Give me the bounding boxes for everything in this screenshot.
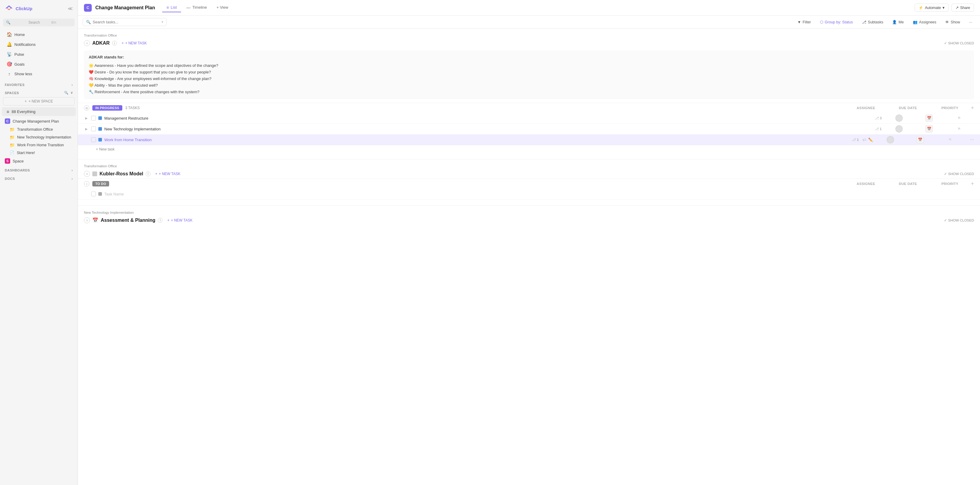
- sidebar-item-pulse-label: Pulse: [14, 52, 24, 57]
- sidebar-item-space[interactable]: S Space: [0, 156, 78, 165]
- sidebar-item-work-home[interactable]: 📁 Work From Home Transition: [0, 141, 78, 149]
- task-row-work-home[interactable]: Work from Home Transition ⎇ 1 🏷 ✏️ 📅 ⚑ ·…: [78, 135, 980, 145]
- new-task-row-adkar[interactable]: + New task: [78, 145, 980, 153]
- task-edit-icon[interactable]: ✏️: [868, 138, 873, 142]
- sidebar-item-notifications[interactable]: 🔔 Notifications: [2, 40, 76, 49]
- task-checkbox-management[interactable]: [91, 116, 96, 121]
- assessment-show-closed[interactable]: ✓ SHOW CLOSED: [944, 218, 974, 223]
- spaces-actions[interactable]: 🔍 ∨: [64, 91, 73, 95]
- adkar-header: ○ ADKAR i + + NEW TASK ✓ SHOW CLOSED: [78, 38, 980, 48]
- sidebar-item-new-tech[interactable]: 📁 New Technology Implementation: [0, 134, 78, 141]
- sidebar-item-home[interactable]: 🏠 Home: [2, 30, 76, 39]
- task-expand-management[interactable]: ▶: [84, 116, 89, 121]
- task-checkbox-new-tech[interactable]: [91, 127, 96, 131]
- toolbar-search-input[interactable]: [92, 20, 160, 24]
- dashboards-header[interactable]: DASHBOARDS ›: [0, 165, 78, 174]
- task-row-new-tech[interactable]: ▶ New Technology Implementation ⎇ 1 📅 ⚑: [78, 124, 980, 135]
- in-progress-collapse-button[interactable]: ⊙: [84, 105, 89, 111]
- adkar-info-icon[interactable]: i: [112, 41, 117, 46]
- sidebar-collapse-button[interactable]: ≪: [68, 6, 73, 11]
- sidebar-item-change-management[interactable]: C Change Management Plan: [0, 117, 78, 126]
- spaces-expand-icon[interactable]: ∨: [70, 91, 73, 95]
- change-management-label: Change Management Plan: [13, 119, 59, 124]
- assessment-show-closed-check-icon: ✓: [944, 218, 947, 223]
- me-icon: 👤: [892, 20, 897, 24]
- adkar-desc-title: ADKAR stands for:: [89, 54, 969, 60]
- task-row-empty[interactable]: Task Name: [78, 189, 980, 200]
- favorites-actions[interactable]: ›: [72, 83, 73, 87]
- in-progress-add-button[interactable]: +: [971, 105, 974, 111]
- adkar-collapse-button[interactable]: ○: [84, 40, 90, 46]
- tab-list[interactable]: ≡ List: [162, 3, 181, 12]
- toolbar-search-container[interactable]: 🔍 ▾: [83, 18, 167, 26]
- task-expand-new-tech[interactable]: ▶: [84, 127, 89, 131]
- me-button[interactable]: 👤 Me: [889, 18, 907, 26]
- kubler-ross-breadcrumb: Transformation Office: [78, 159, 980, 169]
- task-tag-icon[interactable]: 🏷: [862, 138, 866, 142]
- sidebar-item-everything[interactable]: ≡ 88 Everything: [2, 107, 76, 116]
- sidebar-item-pulse[interactable]: 📡 Pulse: [2, 49, 76, 59]
- task-checkbox-work-home[interactable]: [91, 137, 96, 142]
- task-expand-work-home[interactable]: [84, 137, 89, 142]
- assessment-add-icon: +: [167, 218, 169, 223]
- topbar-right: ⚡ Automate ▾ ↗ Share: [915, 3, 974, 12]
- share-button[interactable]: ↗ Share: [951, 3, 974, 12]
- show-button[interactable]: 👁 Show: [942, 19, 963, 26]
- kubler-ross-info-icon[interactable]: i: [146, 172, 151, 176]
- docs-label: DOCS: [5, 177, 15, 180]
- date-placeholder-management: 📅: [926, 114, 932, 122]
- to-do-add-button[interactable]: +: [971, 181, 974, 187]
- task-name-work-home[interactable]: Work from Home Transition: [104, 138, 849, 142]
- sidebar: ClickUp ≪ 🔍 Search ⌘K 🏠 Home 🔔 Notificat…: [0, 0, 78, 485]
- dashboards-label: DASHBOARDS: [5, 169, 30, 172]
- sidebar-item-goals[interactable]: 🎯 Goals: [2, 59, 76, 69]
- adkar-show-closed[interactable]: ✓ SHOW CLOSED: [944, 41, 974, 45]
- sidebar-item-notifications-label: Notifications: [14, 42, 36, 47]
- toolbar-search-dropdown-icon[interactable]: ▾: [162, 20, 163, 24]
- spaces-header: SPACES 🔍 ∨: [0, 88, 78, 96]
- assignees-button[interactable]: 👥 Assignees: [910, 18, 940, 26]
- task-name-placeholder[interactable]: Task Name: [104, 192, 124, 196]
- svg-marker-1: [7, 8, 11, 10]
- to-do-collapse-button[interactable]: ○: [84, 181, 89, 186]
- adkar-add-task-button[interactable]: + + NEW TASK: [119, 40, 149, 46]
- work-home-label: Work From Home Transition: [17, 143, 64, 147]
- sidebar-search-label: Search: [29, 21, 49, 25]
- tab-timeline[interactable]: — Timeline: [182, 3, 212, 12]
- sidebar-item-show-less[interactable]: ↑ Show less: [2, 69, 76, 78]
- sidebar-search[interactable]: 🔍 Search ⌘K: [3, 19, 75, 26]
- kubler-ross-show-closed[interactable]: ✓ SHOW CLOSED: [944, 172, 974, 176]
- groupby-button[interactable]: ⬡ Group by: Status: [817, 18, 856, 26]
- show-less-icon: ↑: [6, 72, 12, 76]
- kubler-ross-collapse-button[interactable]: ○: [84, 171, 90, 177]
- tab-view-add[interactable]: + View: [212, 3, 232, 12]
- task-more-work-home[interactable]: ···: [970, 137, 974, 142]
- app-name: ClickUp: [16, 6, 32, 11]
- task-checkbox-empty[interactable]: [91, 192, 96, 196]
- assessment-collapse-button[interactable]: ○: [84, 217, 90, 223]
- notifications-icon: 🔔: [6, 42, 12, 47]
- toolbar-search-icon: 🔍: [86, 20, 91, 24]
- new-space-button[interactable]: + + NEW SPACE: [3, 97, 75, 105]
- groupby-icon: ⬡: [820, 20, 823, 24]
- spaces-search-icon[interactable]: 🔍: [64, 91, 68, 95]
- to-do-group-header: ○ TO DO ASSIGNEE DUE DATE PRIORITY +: [78, 179, 980, 189]
- assessment-add-task-button[interactable]: + + NEW TASK: [165, 217, 195, 223]
- sidebar-item-transformation-office[interactable]: 📁 Transformation Office: [0, 126, 78, 134]
- subtasks-button[interactable]: ⎇ Subtasks: [859, 18, 886, 26]
- sidebar-item-start-here[interactable]: 📄 Start Here!: [0, 149, 78, 156]
- tab-list-label: List: [170, 5, 177, 10]
- filter-button[interactable]: ▼ Filter: [794, 19, 814, 26]
- assessment-info-icon[interactable]: i: [158, 218, 162, 223]
- everything-label: 88 Everything: [12, 110, 36, 114]
- task-actions-work-home: 🏷 ✏️: [862, 138, 873, 142]
- more-options-button[interactable]: ···: [966, 19, 975, 26]
- docs-header[interactable]: DOCS ›: [0, 174, 78, 182]
- task-row-management-restructure[interactable]: ▶ Management Restructure ⎇ 3 📅 ⚑: [78, 113, 980, 124]
- kubler-ross-add-task-button[interactable]: + + NEW TASK: [153, 171, 183, 177]
- in-progress-count: 3 TASKS: [125, 106, 140, 110]
- automate-icon: ⚡: [918, 5, 923, 10]
- task-assignee-new-tech: [884, 125, 914, 132]
- automate-button[interactable]: ⚡ Automate ▾: [915, 3, 948, 12]
- in-progress-badge: IN PROGRESS: [92, 105, 123, 111]
